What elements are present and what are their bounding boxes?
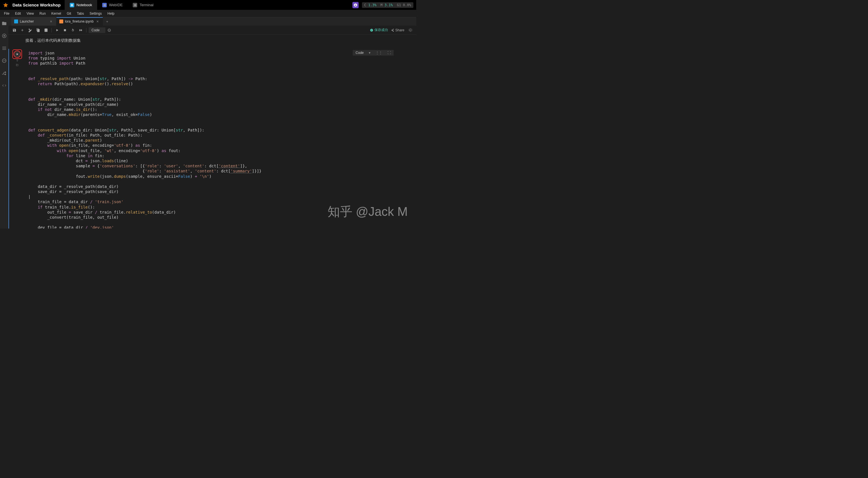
main-area: Launcher×lora_finetune.ipynb×+ Code ▾ 保存… bbox=[8, 17, 416, 229]
run-icon[interactable] bbox=[54, 27, 60, 33]
copy-icon[interactable] bbox=[35, 27, 41, 33]
menu-file[interactable]: File bbox=[1, 11, 12, 16]
exec-unit: 秒 bbox=[16, 63, 19, 67]
paste-icon[interactable] bbox=[43, 27, 49, 33]
save-status: 保存成功 bbox=[370, 28, 388, 32]
svg-rect-1 bbox=[4, 35, 5, 37]
file-icon bbox=[59, 20, 63, 24]
cut-icon[interactable] bbox=[27, 27, 33, 33]
menu-bar: FileEditViewRunKernelGitTabsSettingsHelp bbox=[0, 10, 416, 17]
watermark: 知乎 @Jack M bbox=[328, 203, 408, 220]
shuffle-icon[interactable] bbox=[1, 70, 8, 76]
app-logo bbox=[0, 0, 11, 10]
running-icon[interactable] bbox=[1, 32, 8, 39]
file-tabs: Launcher×lora_finetune.ipynb×+ bbox=[8, 17, 416, 26]
top-tab-notebook[interactable]: ▦Notebook bbox=[65, 0, 97, 10]
add-tab-button[interactable]: + bbox=[103, 17, 112, 26]
menu-kernel[interactable]: Kernel bbox=[49, 11, 64, 16]
menu-git[interactable]: Git bbox=[64, 11, 74, 16]
ai-badge-icon[interactable] bbox=[352, 2, 359, 8]
tab-label: Notebook bbox=[76, 3, 92, 7]
brand-title: Data Science Workshop bbox=[11, 3, 65, 7]
top-tab-webide[interactable]: ▦WebIDE bbox=[97, 0, 128, 10]
folder-icon[interactable] bbox=[1, 20, 8, 27]
svg-rect-4 bbox=[14, 20, 18, 24]
top-tab-terminal[interactable]: ▦Terminal bbox=[128, 0, 158, 10]
svg-text:JOB: JOB bbox=[3, 60, 6, 62]
menu-view[interactable]: View bbox=[24, 11, 37, 16]
svg-rect-5 bbox=[59, 20, 63, 24]
markdown-cell[interactable]: 接着，运行本代码来切割数据集 bbox=[8, 35, 416, 46]
check-circle-icon bbox=[370, 29, 373, 32]
settings-gear-icon[interactable] bbox=[407, 27, 413, 33]
tab-label: WebIDE bbox=[109, 3, 123, 7]
stop-icon[interactable] bbox=[62, 27, 68, 33]
svg-rect-6 bbox=[64, 29, 66, 31]
filetab-launcher[interactable]: Launcher× bbox=[11, 17, 57, 26]
more-icon[interactable]: ⋮⋮ bbox=[376, 51, 382, 55]
resource-metrics: C 1.3% M 3.1% G1 0.0% bbox=[362, 2, 413, 8]
expand-icon[interactable]: ⛶ bbox=[388, 51, 391, 55]
tab-icon: ▦ bbox=[133, 3, 137, 7]
notebook-toolbar: Code ▾ 保存成功 Share bbox=[8, 26, 416, 35]
cell-type-select[interactable]: Code bbox=[89, 27, 105, 33]
close-icon[interactable]: × bbox=[95, 19, 100, 24]
tab-icon: ▦ bbox=[70, 3, 74, 7]
top-bar: Data Science Workshop ▦Notebook▦WebIDE▦T… bbox=[0, 0, 416, 10]
variable-icon[interactable] bbox=[106, 27, 113, 33]
cell-toolbar: Code ▾ ⋮⋮ ⛶ bbox=[353, 50, 394, 56]
share-button[interactable]: Share bbox=[391, 28, 404, 32]
file-icon bbox=[14, 20, 18, 24]
code-editor[interactable]: import json from typing import Union fro… bbox=[25, 49, 416, 229]
menu-edit[interactable]: Edit bbox=[12, 11, 24, 16]
code-cell[interactable]: 9 秒 import json from typing import Union… bbox=[8, 49, 416, 229]
left-sidebar: JOB bbox=[0, 17, 8, 229]
toc-icon[interactable] bbox=[1, 45, 8, 52]
filetab-label: Launcher bbox=[20, 20, 47, 24]
filetab-lora_finetune-ipynb[interactable]: lora_finetune.ipynb× bbox=[57, 17, 103, 26]
notebook-body: 接着，运行本代码来切割数据集 9 秒 import json from typi… bbox=[8, 35, 416, 229]
menu-settings[interactable]: Settings bbox=[87, 11, 104, 16]
job-icon[interactable]: JOB bbox=[1, 57, 8, 64]
close-icon[interactable]: × bbox=[49, 19, 53, 24]
menu-tabs[interactable]: Tabs bbox=[74, 11, 87, 16]
play-icon bbox=[16, 53, 19, 56]
restart-icon[interactable] bbox=[70, 27, 76, 33]
share-icon bbox=[391, 29, 394, 32]
run-all-icon[interactable] bbox=[78, 27, 84, 33]
top-tabs: ▦Notebook▦WebIDE▦Terminal bbox=[65, 0, 159, 10]
tab-icon: ▦ bbox=[102, 3, 107, 7]
filetab-label: lora_finetune.ipynb bbox=[65, 20, 93, 24]
menu-run[interactable]: Run bbox=[37, 11, 49, 16]
code-icon[interactable] bbox=[1, 82, 8, 89]
cell-gutter: 9 秒 bbox=[9, 49, 25, 229]
run-cell-button[interactable] bbox=[13, 50, 21, 58]
tab-label: Terminal bbox=[140, 3, 153, 7]
add-cell-icon[interactable] bbox=[19, 27, 25, 33]
exec-count: 9 bbox=[17, 59, 18, 62]
save-icon[interactable] bbox=[11, 27, 18, 33]
menu-help[interactable]: Help bbox=[105, 11, 118, 16]
chevron-down-icon[interactable]: ▾ bbox=[369, 51, 370, 55]
cell-type-label[interactable]: Code bbox=[355, 51, 364, 55]
logo-icon bbox=[3, 2, 8, 8]
